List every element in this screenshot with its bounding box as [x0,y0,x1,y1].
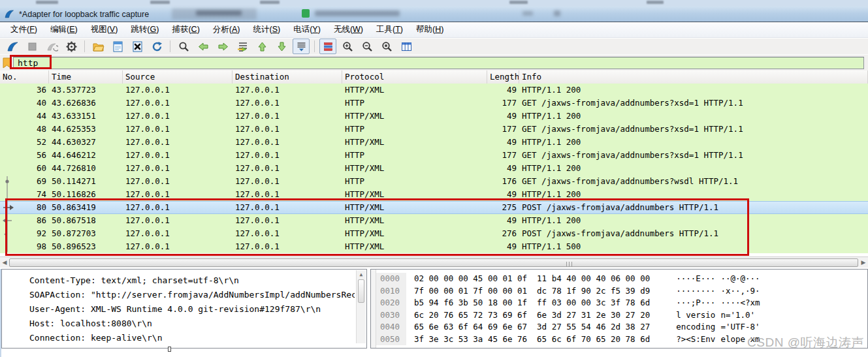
column-header-protocol[interactable]: Protocol [342,70,487,84]
menu-f[interactable]: 文件(F) [4,22,44,37]
packet-cell: GET /jaxws-fromjava/addnumbers?xsd=1 HTT… [519,123,868,136]
go-forward-icon[interactable] [214,39,231,54]
column-header-time[interactable]: Time [49,70,123,84]
menu-e[interactable]: 编辑(E) [44,22,84,37]
close-file-icon[interactable] [129,39,146,54]
packet-cell: HTTP/XML [342,110,487,123]
packet-cell: 44 [0,110,49,123]
packet-list-header: No.TimeSourceDestinationProtocolLengthIn… [0,70,868,84]
detail-scrollbar-thumb[interactable] [358,279,364,303]
scroll-left-arrow-icon[interactable]: ◀ [1,258,8,267]
packet-cell: 44.646212 [49,149,123,162]
start-capture-icon[interactable] [4,39,21,54]
packet-cell: 127.0.0.1 [123,149,233,162]
menu-a[interactable]: 分析(A) [206,22,247,37]
hex-row-0040[interactable]: 004065 6e 63 6f 64 69 6e 673d 27 55 54 4… [376,321,760,334]
detail-line[interactable]: Host: localhost:8080\r\n [2,317,355,331]
packet-cell: 50.896523 [49,240,123,253]
packet-list-hscrollbar[interactable]: ◀ ▶ [0,256,868,268]
packet-cell: 127.0.0.1 [233,136,342,149]
detail-vscrollbar[interactable]: ▲ [356,270,366,343]
packet-row-80[interactable]: 8050.863419127.0.0.1127.0.0.1HTTP/XML275… [0,201,868,214]
packet-cell: 127.0.0.1 [123,175,233,188]
colorize-icon[interactable] [319,39,336,54]
packet-row-56[interactable]: 5644.646212127.0.0.1127.0.0.1HTTP177GET … [0,149,868,162]
scroll-right-arrow-icon[interactable]: ▶ [860,258,867,267]
packet-cell: 127.0.0.1 [123,240,233,253]
packet-cell: 127.0.0.1 [233,240,342,253]
packet-row-40[interactable]: 4043.626836127.0.0.1127.0.0.1HTTP177GET … [0,97,868,110]
packet-row-74[interactable]: 7450.116826127.0.0.1127.0.0.1HTTP/XML49H… [0,188,868,201]
find-packet-icon[interactable] [175,39,192,54]
title-bar[interactable]: *Adapter for loopback traffic capture [0,7,868,22]
menu-c[interactable]: 捕获(C) [165,22,206,37]
zoom-reset-icon[interactable] [378,39,395,54]
zoom-in-icon[interactable] [339,39,356,54]
detail-line[interactable]: Content-Type: text/xml; charset=utf-8\r\… [2,273,355,288]
packet-cell: 86 [0,214,49,227]
detail-line[interactable]: SOAPAction: "http://server.fromjava/AddN… [2,288,355,302]
packet-row-86[interactable]: 8650.867518127.0.0.1127.0.0.1HTTP/XML49H… [0,214,868,227]
menu-w[interactable]: 无线(W) [327,22,370,37]
go-to-packet-icon[interactable] [234,39,251,54]
go-first-icon[interactable] [253,39,270,54]
menu-v[interactable]: 视图(V) [84,22,125,37]
blurred-window-preview [522,11,533,16]
packet-cell: 40 [0,97,49,110]
packet-cell: 127.0.0.1 [233,162,342,175]
hex-row-0000[interactable]: 000002 00 00 00 45 00 01 0f11 b4 40 00 4… [376,273,760,285]
packet-cell: 48 [0,123,49,136]
packet-row-48[interactable]: 4844.625353127.0.0.1127.0.0.1HTTP177GET … [0,123,868,136]
menu-y[interactable]: 电话(Y) [287,22,327,37]
detail-line[interactable]: User-Agent: XML-WS Runtime 4.0.0 git-rev… [2,302,355,317]
resize-columns-icon[interactable] [398,39,415,54]
scroll-up-arrow-icon[interactable]: ▲ [357,270,366,279]
background-text-smudge [509,1,528,4]
packet-row-44[interactable]: 4443.633151127.0.0.1127.0.0.1HTTP/XML49H… [0,110,868,123]
column-header-source[interactable]: Source [123,70,233,84]
column-header-length[interactable]: Length [487,70,519,84]
packet-row-69[interactable]: 6950.114271127.0.0.1127.0.0.1HTTP176GET … [0,175,868,188]
bytes-scrollbar-strip[interactable] [371,270,376,348]
packet-row-60[interactable]: 6044.726810127.0.0.1127.0.0.1HTTP/XML49H… [0,162,868,175]
restart-capture-icon[interactable] [43,39,60,54]
packet-row-98[interactable]: 9850.896523127.0.0.1127.0.0.1HTTP/XML49H… [0,240,868,253]
zoom-out-icon[interactable] [359,39,376,54]
detail-line[interactable]: Connection: keep-alive\r\n [2,331,355,345]
go-last-icon[interactable] [273,39,290,54]
menu-g[interactable]: 跳转(G) [124,22,165,37]
packet-row-92[interactable]: 9250.872703127.0.0.1127.0.0.1HTTP/XML276… [0,227,868,240]
capture-options-icon[interactable] [63,39,80,54]
hex-row-0030[interactable]: 00306c 20 76 65 72 73 69 6f6e 3d 27 31 2… [376,309,760,322]
packet-cell: 127.0.0.1 [123,162,233,175]
stop-capture-icon[interactable] [24,39,40,54]
packet-cell: 44.625353 [49,123,123,136]
packet-cell: 50.114271 [49,175,123,188]
packet-cell: 127.0.0.1 [233,84,342,97]
packet-cell: 49 [487,110,519,123]
background-text-smudge [150,1,170,4]
packet-row-52[interactable]: 5244.630327127.0.0.1127.0.0.1HTTP/XML49H… [0,136,868,149]
packet-cell: 127.0.0.1 [233,123,342,136]
filter-bookmark-icon[interactable] [3,57,11,69]
go-back-icon[interactable] [195,39,212,54]
column-header-info[interactable]: Info [519,70,868,84]
menu-s[interactable]: 统计(S) [247,22,287,37]
column-header-no[interactable]: No. [0,70,49,84]
hscrollbar-thumb[interactable] [9,258,858,267]
hex-row-0050[interactable]: 00503f 3e 3c 53 3a 45 6e 7665 6c 6f 70 6… [376,334,760,346]
open-file-icon[interactable] [89,39,106,54]
filter-bar [0,54,868,70]
reload-file-icon[interactable] [148,39,165,54]
display-filter-input[interactable] [13,57,864,69]
menu-h[interactable]: 帮助(H) [410,22,450,37]
packet-cell: 43.633151 [49,110,123,123]
hex-row-0020[interactable]: 0020b5 94 f6 3b 50 18 00 1fff 03 00 00 3… [376,297,760,309]
menu-bar: 文件(F)编辑(E)视图(V)跳转(G)捕获(C)分析(A)统计(S)电话(Y)… [0,22,868,38]
auto-scroll-icon[interactable] [293,39,310,54]
hex-row-0010[interactable]: 00107f 00 00 01 7f 00 00 01dc 78 1f 90 2… [376,285,760,298]
packet-row-36[interactable]: 3643.537723127.0.0.1127.0.0.1HTTP/XML49H… [0,84,868,97]
column-header-destination[interactable]: Destination [233,70,342,84]
menu-t[interactable]: 工具(T) [370,22,410,37]
save-file-icon[interactable] [109,39,126,54]
